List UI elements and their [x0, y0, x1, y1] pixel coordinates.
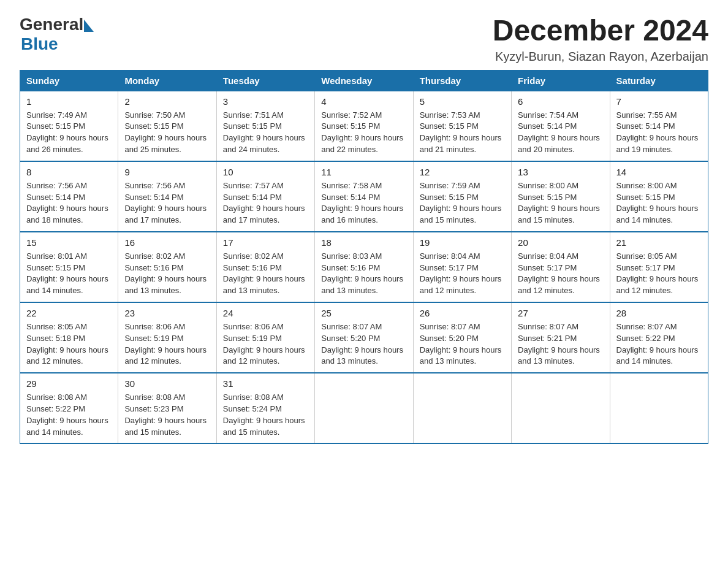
day-daylight-line1: Daylight: 9 hours hours: [518, 274, 603, 285]
day-number: 5: [420, 95, 505, 109]
header-monday: Monday: [118, 70, 216, 91]
day-number: 16: [124, 236, 210, 250]
day-daylight-line1: Daylight: 9 hours hours: [124, 132, 210, 144]
header-friday: Friday: [512, 70, 610, 91]
day-sunset: Sunset: 5:20 PM: [321, 333, 406, 345]
day-daylight-line1: Daylight: 9 hours hours: [223, 274, 308, 285]
header-saturday: Saturday: [610, 70, 708, 91]
day-sunset: Sunset: 5:15 PM: [26, 262, 112, 274]
calendar-table: Sunday Monday Tuesday Wednesday Thursday…: [20, 70, 708, 445]
calendar-cell: 11 Sunrise: 7:58 AM Sunset: 5:14 PM Dayl…: [315, 161, 413, 232]
day-sunset: Sunset: 5:14 PM: [616, 121, 702, 132]
day-daylight-line1: Daylight: 9 hours hours: [420, 345, 505, 356]
day-daylight-line1: Daylight: 9 hours hours: [420, 132, 505, 144]
day-number: 3: [223, 95, 308, 109]
calendar-cell: 10 Sunrise: 7:57 AM Sunset: 5:14 PM Dayl…: [216, 161, 314, 232]
calendar-cell: 18 Sunrise: 8:03 AM Sunset: 5:16 PM Dayl…: [315, 232, 413, 302]
day-daylight-line2: and 15 minutes.: [124, 427, 210, 439]
header-wednesday: Wednesday: [315, 70, 413, 91]
day-daylight-line2: and 17 minutes.: [223, 215, 308, 226]
day-daylight-line2: and 24 minutes.: [223, 144, 308, 156]
calendar-cell: 4 Sunrise: 7:52 AM Sunset: 5:15 PM Dayli…: [315, 91, 413, 161]
day-sunrise: Sunrise: 8:03 AM: [321, 251, 406, 262]
day-number: 10: [223, 166, 308, 179]
day-number: 24: [223, 307, 308, 320]
day-daylight-line2: and 21 minutes.: [420, 144, 505, 156]
day-number: 1: [26, 95, 112, 109]
calendar-header: Sunday Monday Tuesday Wednesday Thursday…: [20, 70, 708, 91]
day-daylight-line1: Daylight: 9 hours hours: [26, 345, 112, 356]
calendar-cell: 24 Sunrise: 8:06 AM Sunset: 5:19 PM Dayl…: [216, 302, 314, 373]
day-sunset: Sunset: 5:16 PM: [321, 262, 406, 274]
day-daylight-line1: Daylight: 9 hours hours: [518, 203, 603, 215]
calendar-cell: 2 Sunrise: 7:50 AM Sunset: 5:15 PM Dayli…: [118, 91, 216, 161]
day-sunrise: Sunrise: 8:07 AM: [321, 321, 406, 333]
calendar-cell: 25 Sunrise: 8:07 AM Sunset: 5:20 PM Dayl…: [315, 302, 413, 373]
calendar-cell: 8 Sunrise: 7:56 AM Sunset: 5:14 PM Dayli…: [20, 161, 118, 232]
day-daylight-line1: Daylight: 9 hours hours: [616, 345, 702, 356]
calendar-cell: [512, 373, 610, 443]
day-daylight-line2: and 18 minutes.: [26, 215, 112, 226]
day-sunset: Sunset: 5:24 PM: [223, 404, 308, 415]
day-sunrise: Sunrise: 7:51 AM: [223, 110, 308, 121]
calendar-cell: 19 Sunrise: 8:04 AM Sunset: 5:17 PM Dayl…: [413, 232, 511, 302]
day-sunset: Sunset: 5:16 PM: [223, 262, 308, 274]
day-number: 21: [616, 236, 702, 250]
day-daylight-line1: Daylight: 9 hours hours: [420, 274, 505, 285]
day-sunset: Sunset: 5:14 PM: [26, 192, 112, 204]
day-sunset: Sunset: 5:15 PM: [518, 192, 603, 204]
day-sunset: Sunset: 5:14 PM: [124, 192, 210, 204]
day-daylight-line2: and 15 minutes.: [518, 215, 603, 226]
day-daylight-line1: Daylight: 9 hours hours: [124, 274, 210, 285]
day-number: 14: [616, 166, 702, 179]
header-row: Sunday Monday Tuesday Wednesday Thursday…: [20, 70, 708, 91]
calendar-week-row: 29 Sunrise: 8:08 AM Sunset: 5:22 PM Dayl…: [20, 373, 708, 443]
day-sunrise: Sunrise: 7:56 AM: [124, 180, 210, 192]
day-daylight-line2: and 17 minutes.: [124, 215, 210, 226]
day-daylight-line2: and 16 minutes.: [321, 215, 406, 226]
day-sunset: Sunset: 5:21 PM: [518, 333, 603, 345]
day-sunset: Sunset: 5:15 PM: [616, 192, 702, 204]
day-number: 15: [26, 236, 112, 250]
day-sunrise: Sunrise: 8:07 AM: [616, 321, 702, 333]
day-number: 2: [124, 95, 210, 109]
day-sunset: Sunset: 5:18 PM: [26, 333, 112, 345]
calendar-cell: 5 Sunrise: 7:53 AM Sunset: 5:15 PM Dayli…: [413, 91, 511, 161]
day-sunrise: Sunrise: 8:06 AM: [124, 321, 210, 333]
day-daylight-line2: and 13 minutes.: [518, 356, 603, 367]
page-header: General Blue December 2024 Kyzyl-Burun, …: [20, 15, 708, 64]
day-sunset: Sunset: 5:23 PM: [124, 404, 210, 415]
header-sunday: Sunday: [20, 70, 118, 91]
day-sunset: Sunset: 5:14 PM: [321, 192, 406, 204]
day-daylight-line2: and 12 minutes.: [124, 356, 210, 367]
day-daylight-line2: and 13 minutes.: [223, 285, 308, 297]
header-tuesday: Tuesday: [216, 70, 314, 91]
calendar-cell: 22 Sunrise: 8:05 AM Sunset: 5:18 PM Dayl…: [20, 302, 118, 373]
day-daylight-line2: and 14 minutes.: [616, 215, 702, 226]
day-sunrise: Sunrise: 8:06 AM: [223, 321, 308, 333]
calendar-cell: 6 Sunrise: 7:54 AM Sunset: 5:14 PM Dayli…: [512, 91, 610, 161]
calendar-cell: [315, 373, 413, 443]
calendar-cell: 21 Sunrise: 8:05 AM Sunset: 5:17 PM Dayl…: [610, 232, 708, 302]
calendar-cell: 15 Sunrise: 8:01 AM Sunset: 5:15 PM Dayl…: [20, 232, 118, 302]
day-number: 30: [124, 377, 210, 391]
day-daylight-line1: Daylight: 9 hours hours: [124, 203, 210, 215]
day-daylight-line1: Daylight: 9 hours hours: [26, 203, 112, 215]
calendar-week-row: 8 Sunrise: 7:56 AM Sunset: 5:14 PM Dayli…: [20, 161, 708, 232]
day-sunrise: Sunrise: 8:04 AM: [420, 251, 505, 262]
day-daylight-line2: and 15 minutes.: [223, 427, 308, 439]
day-sunset: Sunset: 5:17 PM: [518, 262, 603, 274]
calendar-cell: 28 Sunrise: 8:07 AM Sunset: 5:22 PM Dayl…: [610, 302, 708, 373]
day-sunrise: Sunrise: 8:07 AM: [518, 321, 603, 333]
calendar-body: 1 Sunrise: 7:49 AM Sunset: 5:15 PM Dayli…: [20, 91, 708, 443]
day-sunset: Sunset: 5:14 PM: [518, 121, 603, 132]
day-sunrise: Sunrise: 7:54 AM: [518, 110, 603, 121]
day-daylight-line1: Daylight: 9 hours hours: [223, 345, 308, 356]
day-sunset: Sunset: 5:22 PM: [616, 333, 702, 345]
day-daylight-line2: and 12 minutes.: [518, 285, 603, 297]
day-sunset: Sunset: 5:19 PM: [223, 333, 308, 345]
day-number: 8: [26, 166, 112, 179]
day-sunrise: Sunrise: 8:02 AM: [223, 251, 308, 262]
day-sunrise: Sunrise: 7:59 AM: [420, 180, 505, 192]
title-section: December 2024 Kyzyl-Burun, Siazan Rayon,…: [493, 15, 708, 64]
